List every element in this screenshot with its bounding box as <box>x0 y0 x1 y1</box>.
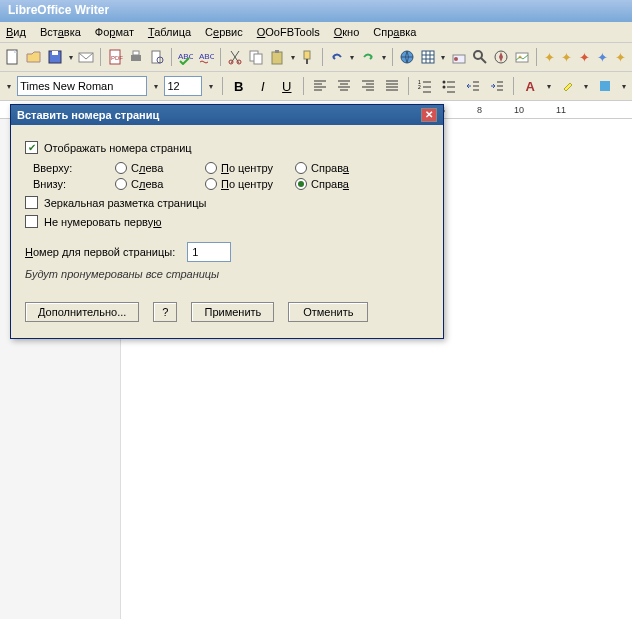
bottom-right-radio[interactable] <box>295 178 307 190</box>
hint-text: Будут пронумерованы все страницы <box>25 268 429 280</box>
svg-text:2: 2 <box>418 84 421 90</box>
show-draw-icon[interactable] <box>450 46 468 68</box>
italic-icon[interactable]: I <box>253 75 273 97</box>
font-name-dropdown-icon[interactable]: ▾ <box>151 75 160 97</box>
paste-dropdown-icon[interactable]: ▾ <box>289 46 296 68</box>
font-size-combo[interactable] <box>164 76 202 96</box>
menu-tools[interactable]: Сервис <box>205 26 243 38</box>
autospell-icon[interactable]: ABC <box>197 46 215 68</box>
menu-format[interactable]: Формат <box>95 26 134 38</box>
menu-help[interactable]: Справка <box>373 26 416 38</box>
highlight-icon[interactable] <box>558 75 578 97</box>
svg-point-13 <box>237 60 241 64</box>
menu-insert[interactable]: Вставка <box>40 26 81 38</box>
open-icon[interactable] <box>25 46 43 68</box>
bg-color-dropdown-icon[interactable]: ▾ <box>619 75 628 97</box>
find-icon[interactable] <box>471 46 489 68</box>
bottom-center-radio[interactable] <box>205 178 217 190</box>
position-table: Вверху: Слева По центру Справа Внизу: Сл… <box>33 162 429 190</box>
email-icon[interactable] <box>77 46 95 68</box>
table-icon[interactable] <box>419 46 437 68</box>
radio-label: Справа <box>311 162 349 174</box>
font-color-icon[interactable]: A <box>520 75 540 97</box>
print-icon[interactable] <box>127 46 145 68</box>
top-right-radio[interactable] <box>295 162 307 174</box>
save-icon[interactable] <box>46 46 64 68</box>
pdf-icon[interactable]: PDF <box>106 46 124 68</box>
preview-icon[interactable] <box>148 46 166 68</box>
gallery-icon[interactable] <box>513 46 531 68</box>
redo-icon[interactable] <box>359 46 377 68</box>
spellcheck-icon[interactable]: ABC <box>176 46 194 68</box>
undo-dropdown-icon[interactable]: ▾ <box>349 46 356 68</box>
mirror-label: Зеркальная разметка страницы <box>44 197 206 209</box>
copy-icon[interactable] <box>247 46 265 68</box>
navigator-icon[interactable] <box>492 46 510 68</box>
menu-table[interactable]: Таблица <box>148 26 191 38</box>
star3-icon[interactable]: ✦ <box>577 46 592 68</box>
no-first-checkbox[interactable] <box>25 215 38 228</box>
underline-icon[interactable]: U <box>277 75 297 97</box>
star5-icon[interactable]: ✦ <box>613 46 628 68</box>
star1-icon[interactable]: ✦ <box>542 46 557 68</box>
redo-dropdown-icon[interactable]: ▾ <box>380 46 387 68</box>
dialog-title: Вставить номера страниц <box>17 109 159 121</box>
format-paint-icon[interactable] <box>299 46 317 68</box>
top-center-radio[interactable] <box>205 162 217 174</box>
save-dropdown-icon[interactable]: ▾ <box>67 46 74 68</box>
cut-icon[interactable] <box>226 46 244 68</box>
star2-icon[interactable]: ✦ <box>560 46 575 68</box>
table-dropdown-icon[interactable]: ▾ <box>440 46 447 68</box>
apply-button[interactable]: Применить <box>191 302 274 322</box>
svg-point-22 <box>454 57 458 61</box>
svg-point-29 <box>443 81 446 84</box>
help-button[interactable]: ? <box>153 302 177 322</box>
cancel-button[interactable]: Отменить <box>288 302 368 322</box>
style-dropdown-icon[interactable]: ▾ <box>4 75 13 97</box>
ruler-mark: 8 <box>477 105 482 115</box>
dialog-titlebar: Вставить номера страниц ✕ <box>11 105 443 125</box>
font-size-dropdown-icon[interactable]: ▾ <box>206 75 215 97</box>
new-doc-icon[interactable] <box>4 46 22 68</box>
separator <box>513 77 514 95</box>
radio-label: По центру <box>221 178 273 190</box>
indent-icon[interactable] <box>487 75 507 97</box>
star4-icon[interactable]: ✦ <box>595 46 610 68</box>
show-numbers-checkbox[interactable]: ✔ <box>25 141 38 154</box>
mirror-checkbox[interactable] <box>25 196 38 209</box>
bg-color-icon[interactable] <box>595 75 615 97</box>
first-number-input[interactable] <box>187 242 231 262</box>
align-left-icon[interactable] <box>310 75 330 97</box>
undo-icon[interactable] <box>328 46 346 68</box>
menu-view[interactable]: Вид <box>6 26 26 38</box>
svg-rect-15 <box>254 54 262 64</box>
bullet-list-icon[interactable] <box>439 75 459 97</box>
numbered-list-icon[interactable]: 12 <box>415 75 435 97</box>
paste-icon[interactable] <box>268 46 286 68</box>
more-button[interactable]: Дополнительно... <box>25 302 139 322</box>
formatting-toolbar: ▾ ▾ ▾ B I U 12 A ▾ ▾ ▾ <box>0 72 632 101</box>
separator <box>322 48 323 66</box>
bold-icon[interactable]: B <box>229 75 249 97</box>
align-center-icon[interactable] <box>334 75 354 97</box>
top-left-radio[interactable] <box>115 162 127 174</box>
close-icon[interactable]: ✕ <box>421 108 437 122</box>
menu-ooofb[interactable]: OOoFBTools <box>257 26 320 38</box>
ruler-mark: 10 <box>514 105 524 115</box>
separator <box>536 48 537 66</box>
align-right-icon[interactable] <box>358 75 378 97</box>
align-justify-icon[interactable] <box>382 75 402 97</box>
svg-rect-2 <box>52 51 58 55</box>
font-color-dropdown-icon[interactable]: ▾ <box>544 75 553 97</box>
outdent-icon[interactable] <box>463 75 483 97</box>
hyperlink-icon[interactable] <box>398 46 416 68</box>
svg-text:PDF: PDF <box>111 55 123 61</box>
svg-point-12 <box>229 60 233 64</box>
top-row-label: Вверху: <box>33 162 115 174</box>
svg-rect-31 <box>600 81 610 91</box>
separator <box>222 77 223 95</box>
menu-window[interactable]: Окно <box>334 26 360 38</box>
highlight-dropdown-icon[interactable]: ▾ <box>582 75 591 97</box>
font-name-combo[interactable] <box>17 76 147 96</box>
bottom-left-radio[interactable] <box>115 178 127 190</box>
